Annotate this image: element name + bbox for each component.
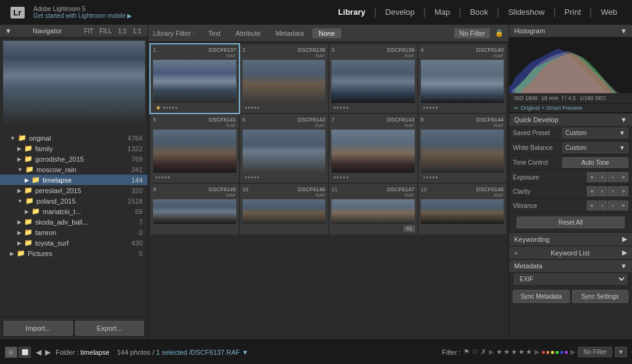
tree-item-pictures[interactable]: ▶📁 Pictures 0 <box>0 248 148 259</box>
histogram-collapse-icon[interactable]: ▼ <box>620 27 627 35</box>
metadata-collapse-icon[interactable]: ▼ <box>620 262 627 270</box>
star-2[interactable]: ★ <box>504 348 510 356</box>
red-label[interactable]: ■ <box>542 349 545 355</box>
vibrance-dec-dec[interactable]: « <box>587 201 597 210</box>
filter-none-btn[interactable]: None <box>312 28 341 38</box>
add-keyword-icon[interactable]: + <box>514 249 518 257</box>
star-5[interactable]: ★ <box>526 348 532 356</box>
grid-cell-10[interactable]: 10 DSCF6146 RAF <box>240 184 328 234</box>
selected-count-link[interactable]: 1 selected <box>156 349 189 356</box>
prev-folder-btn[interactable]: ◀ <box>35 348 43 357</box>
tree-item-pereslavl[interactable]: ▶📁 pereslavl_2015 320 <box>0 185 148 196</box>
tree-item-gorodishe[interactable]: ▶📁 gorodishe_2015 769 <box>0 154 148 164</box>
tree-item-family[interactable]: ▶📁 family 1322 <box>0 143 148 154</box>
import-button[interactable]: Import... <box>4 321 73 336</box>
filter-attribute-btn[interactable]: Attribute <box>229 28 267 38</box>
grid-area[interactable]: 1 DSCF6137 RAF ★ <box>148 42 509 339</box>
tree-item-mariatcki[interactable]: ▶📁 mariatcki_t... 59 <box>0 206 148 217</box>
star-1[interactable]: ★ <box>496 348 502 356</box>
clarity-inc-inc[interactable]: » <box>618 186 628 196</box>
saved-preset-select[interactable]: Custom ▼ <box>562 128 628 138</box>
nav-slideshow[interactable]: Slideshow <box>499 0 553 25</box>
grid-cell-6[interactable]: 6 DSCF6142 RAF <box>240 114 328 183</box>
metadata-header[interactable]: Metadata ▼ <box>509 260 632 272</box>
no-filter-right-button[interactable]: No Filter <box>578 347 612 357</box>
app-mobile-link[interactable]: Get started with Lightroom mobile ▶ <box>33 12 132 19</box>
vibrance-inc[interactable]: › <box>608 201 618 210</box>
nav-library[interactable]: Library <box>330 0 374 25</box>
filter-lock-icon[interactable]: 🔒 <box>495 29 504 37</box>
vibrance-dec[interactable]: ‹ <box>597 201 607 210</box>
filter-metadata-btn[interactable]: Metadata <box>269 28 310 38</box>
tree-item-skoda[interactable]: ▶📁 skoda_adv_ball... 7 <box>0 217 148 227</box>
keyword-list-collapse-icon[interactable]: ▶ <box>622 249 627 257</box>
exposure-inc[interactable]: › <box>608 172 618 182</box>
sync-settings-button[interactable]: Sync Settings <box>572 290 629 303</box>
tree-item-tamron[interactable]: ▶📁 tamron 0 <box>0 227 148 238</box>
reset-all-button[interactable]: Reset All <box>517 217 625 228</box>
filter-text-btn[interactable]: Text <box>202 28 227 38</box>
blue-label[interactable]: ■ <box>560 349 563 355</box>
loupe-view-btn[interactable]: ⬜ <box>19 347 31 358</box>
export-button[interactable]: Export... <box>75 321 144 336</box>
grid-cell-5[interactable]: 5 DSCF6141 RAF <box>151 114 239 183</box>
metadata-select[interactable]: EXIF <box>514 274 627 284</box>
tone-control-label: Tone Control <box>513 159 562 166</box>
purple-label[interactable]: ■ <box>565 349 568 355</box>
orange-label[interactable]: ■ <box>546 349 549 355</box>
vibrance-controls: « ‹ › » <box>562 201 628 210</box>
keyword-list-header[interactable]: + Keyword List ▶ <box>509 246 632 259</box>
flag-off-icon[interactable]: ⚑ <box>464 348 470 356</box>
next-folder-btn[interactable]: ▶ <box>44 348 52 357</box>
nav-fit-btn[interactable]: FIT <box>83 28 94 35</box>
grid-cell-11[interactable]: 11 DSCF6147 RAF ≡1 <box>329 184 417 234</box>
sync-metadata-button[interactable]: Sync Metadata <box>513 290 570 303</box>
star-3[interactable]: ★ <box>511 348 517 356</box>
grid-cell-2[interactable]: 2 DSCF6138 RAF <box>240 44 328 113</box>
tree-item-poland[interactable]: ▼📁 poland_2015 1518 <box>0 196 148 206</box>
white-balance-select[interactable]: Custom ▼ <box>562 143 628 153</box>
exposure-dec[interactable]: ‹ <box>597 172 607 182</box>
nav-develop[interactable]: Develop <box>376 0 423 25</box>
quick-develop-header[interactable]: Quick Develop ▼ <box>509 113 632 126</box>
grid-view-btn[interactable]: ⊞ <box>5 347 17 358</box>
star-4[interactable]: ★ <box>518 348 525 356</box>
filter-dropdown-icon[interactable]: ▼ <box>615 347 627 357</box>
grid-cell-1[interactable]: 1 DSCF6137 RAF ★ <box>151 44 239 113</box>
auto-tone-button[interactable]: Auto Tone <box>562 157 628 168</box>
grid-cell-7[interactable]: 7 DSCF6143 RAF <box>329 114 417 183</box>
keywording-header[interactable]: Keywording ▶ <box>509 233 632 246</box>
green-label[interactable]: ■ <box>555 349 559 355</box>
exposure-inc-inc[interactable]: » <box>618 172 628 182</box>
clarity-dec[interactable]: ‹ <box>597 186 607 196</box>
tree-item-moscow-rain[interactable]: ▼📁 moscow_rain 341 <box>0 164 148 175</box>
reject-icon[interactable]: ✗ <box>481 348 486 356</box>
nav-web[interactable]: Web <box>592 0 626 25</box>
yellow-label[interactable]: ■ <box>551 349 554 355</box>
nav-fill-btn[interactable]: FILL <box>98 28 113 35</box>
vibrance-inc-inc[interactable]: » <box>618 201 628 210</box>
tree-item-original[interactable]: ▼📁 original 4764 <box>0 133 148 143</box>
grid-cell-4[interactable]: 4 DSCF6140 RAF <box>418 44 507 113</box>
grid-cell-12[interactable]: 12 DSCF6148 RAF <box>418 184 507 234</box>
keywording-collapse-icon[interactable]: ▶ <box>622 235 627 243</box>
exposure-dec-dec[interactable]: « <box>587 172 597 182</box>
tree-item-toyota[interactable]: ▶📁 toyota_surf 430 <box>0 238 148 248</box>
clarity-inc[interactable]: › <box>608 186 618 196</box>
nav-book[interactable]: Book <box>461 0 497 25</box>
quick-develop-collapse-icon[interactable]: ▼ <box>620 116 627 123</box>
clarity-dec-dec[interactable]: « <box>587 186 597 196</box>
selected-file-link[interactable]: /DSCF6137.RAF ▼ <box>189 349 248 356</box>
tree-item-timelapse[interactable]: ▶📁 timelapse 144 <box>0 175 148 185</box>
nav-map[interactable]: Map <box>426 0 459 25</box>
grid-cell-3[interactable]: 3 DSCF6139 RAF <box>329 44 417 113</box>
grid-cell-8[interactable]: 8 DSCF6144 RAF <box>418 114 507 183</box>
navigator-collapse-icon[interactable]: ▼ <box>5 27 12 35</box>
flag-on-icon[interactable]: ⚐ <box>472 348 478 356</box>
color-label-sep: ▶ <box>534 348 539 356</box>
no-filter-button[interactable]: No Filter <box>454 28 490 38</box>
nav-zoom-btn[interactable]: 1:1 <box>131 28 143 35</box>
nav-1to1-btn[interactable]: 1:1 <box>117 28 128 35</box>
grid-cell-9[interactable]: 9 DSCF6145 RAF <box>151 184 239 234</box>
nav-print[interactable]: Print <box>556 0 590 25</box>
